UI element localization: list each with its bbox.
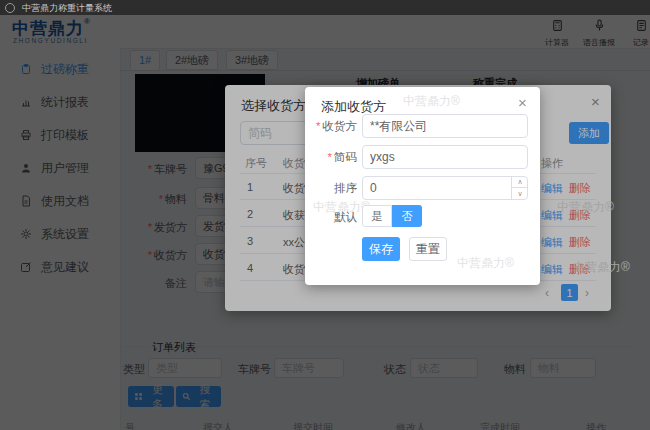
add-receiver-dialog: 中营鼎力® 中营鼎力® 中营鼎力® 添加收货方 × *收货方 *简码 排序 ∧ … bbox=[305, 87, 540, 285]
add-sort-stepper: ∧ ∨ bbox=[362, 176, 528, 200]
reset-button[interactable]: 重置 bbox=[409, 237, 447, 261]
save-button[interactable]: 保存 bbox=[362, 237, 400, 261]
add-receiver-label: *收货方 bbox=[305, 119, 357, 134]
watermark: 中营鼎力® bbox=[457, 255, 514, 272]
browser-tab-title: 中营鼎力称重计量系统 bbox=[22, 2, 112, 15]
watermark: 中营鼎力® bbox=[403, 93, 460, 110]
stepper-down-icon[interactable]: ∨ bbox=[512, 188, 528, 199]
add-sort-input[interactable] bbox=[362, 176, 528, 200]
default-no-button[interactable]: 否 bbox=[392, 205, 422, 227]
stepper-arrows: ∧ ∨ bbox=[511, 176, 528, 200]
add-receiver-input[interactable] bbox=[362, 114, 528, 138]
add-code-input[interactable] bbox=[362, 145, 528, 169]
screen: 中营鼎力称重计量系统 中营鼎力® ZHONGYUDINGLI 计算器 语音播报 bbox=[0, 0, 650, 430]
default-yes-button[interactable]: 是 bbox=[362, 205, 392, 227]
add-dialog-close-icon[interactable]: × bbox=[518, 96, 527, 110]
add-code-label: *简码 bbox=[305, 150, 357, 165]
add-default-label: 默认 bbox=[305, 210, 357, 225]
browser-titlebar: 中营鼎力称重计量系统 bbox=[0, 0, 650, 15]
stepper-up-icon[interactable]: ∧ bbox=[512, 176, 528, 188]
add-sort-label: 排序 bbox=[305, 181, 357, 196]
favicon-icon bbox=[5, 3, 15, 13]
